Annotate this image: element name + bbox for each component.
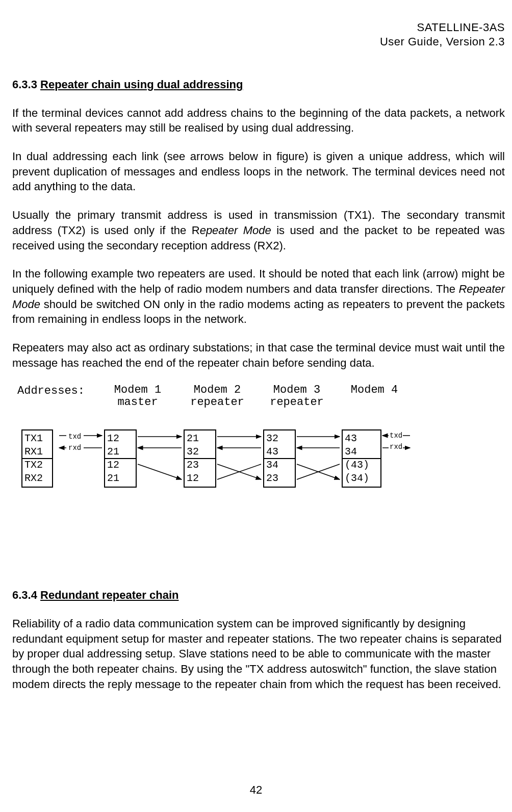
- box-divider: [21, 458, 53, 459]
- svg-line-18: [297, 464, 340, 479]
- modem-3-title: Modem 3: [261, 384, 332, 397]
- legend-box: TX1 RX1 TX2 RX2: [21, 429, 53, 488]
- cell: 21: [107, 472, 134, 485]
- legend-rx2: RX2: [24, 472, 50, 485]
- txd-label-left: txd: [68, 433, 81, 441]
- modem-4-title: Modem 4: [339, 384, 410, 397]
- box-divider: [342, 458, 381, 459]
- section-title: Repeater chain using dual addressing: [40, 78, 243, 91]
- term-repeater-mode: epeater Mode: [200, 224, 271, 237]
- diagram-arrows: [12, 384, 502, 542]
- cell: 23: [266, 472, 293, 485]
- cell: 12: [107, 459, 134, 472]
- box-divider: [104, 458, 137, 459]
- svg-line-17: [297, 464, 340, 479]
- txd-label-right: txd: [390, 432, 402, 440]
- cell: 21: [187, 432, 213, 445]
- modem-1-sub: master: [102, 396, 173, 409]
- paragraph: In the following example two repeaters a…: [12, 266, 505, 327]
- modem-1-box: 12 21 12 21: [104, 429, 137, 488]
- header-line-1: SATELLINE-3AS: [12, 20, 505, 35]
- modem-4-box: 43 34 (43) (34): [342, 429, 381, 488]
- modem-3-sub: repeater: [261, 396, 332, 409]
- cell: 43: [345, 432, 378, 445]
- legend-rx1: RX1: [24, 445, 50, 459]
- cell: (34): [345, 472, 378, 485]
- cell: 34: [345, 445, 378, 459]
- page-number: 42: [0, 782, 512, 798]
- paragraph: Usually the primary transmit address is …: [12, 208, 505, 253]
- section-heading-633: 6.3.3 Repeater chain using dual addressi…: [12, 77, 505, 92]
- dual-addressing-diagram: Addresses: Modem 1 master Modem 2 repeat…: [12, 384, 502, 542]
- page-header: SATELLINE-3AS User Guide, Version 2.3: [12, 20, 505, 48]
- modem-3-box: 32 43 34 23: [263, 429, 296, 488]
- paragraph-text: In the following example two repeaters a…: [12, 267, 505, 295]
- box-divider: [184, 458, 216, 459]
- svg-line-10: [138, 464, 182, 479]
- paragraph: If the terminal devices cannot add addre…: [12, 106, 505, 136]
- section-number: 6.3.3: [12, 78, 37, 91]
- legend-tx2: TX2: [24, 459, 50, 472]
- svg-line-14: [217, 464, 261, 479]
- section-heading-634: 6.3.4 Redundant repeater chain: [12, 588, 505, 603]
- cell: 23: [187, 459, 213, 472]
- legend-tx1: TX1: [24, 432, 50, 445]
- paragraph: In dual addressing each link (see arrows…: [12, 149, 505, 194]
- cell: 43: [266, 445, 293, 459]
- modem-1-title: Modem 1: [102, 384, 173, 397]
- addresses-label: Addresses:: [17, 385, 85, 398]
- paragraph: Reliability of a radio data communicatio…: [12, 616, 505, 692]
- cell: 21: [107, 445, 134, 459]
- modem-2-title: Modem 2: [182, 384, 253, 397]
- paragraph: Repeaters may also act as ordinary subst…: [12, 340, 505, 370]
- cell: 12: [107, 432, 134, 445]
- paragraph-text: should be switched ON only in the radio …: [12, 298, 505, 326]
- svg-line-13: [217, 464, 261, 479]
- rxd-label-right: rxd: [390, 443, 402, 451]
- cell: (43): [345, 459, 378, 472]
- section-title: Redundant repeater chain: [40, 589, 178, 601]
- modem-2-sub: repeater: [182, 396, 253, 409]
- modem-2-box: 21 32 23 12: [184, 429, 216, 488]
- cell: 32: [187, 445, 213, 459]
- box-divider: [263, 458, 296, 459]
- section-number: 6.3.4: [12, 589, 37, 601]
- cell: 12: [187, 472, 213, 485]
- cell: 32: [266, 432, 293, 445]
- cell: 34: [266, 459, 293, 472]
- rxd-label-left: rxd: [68, 444, 81, 452]
- header-line-2: User Guide, Version 2.3: [12, 35, 505, 49]
